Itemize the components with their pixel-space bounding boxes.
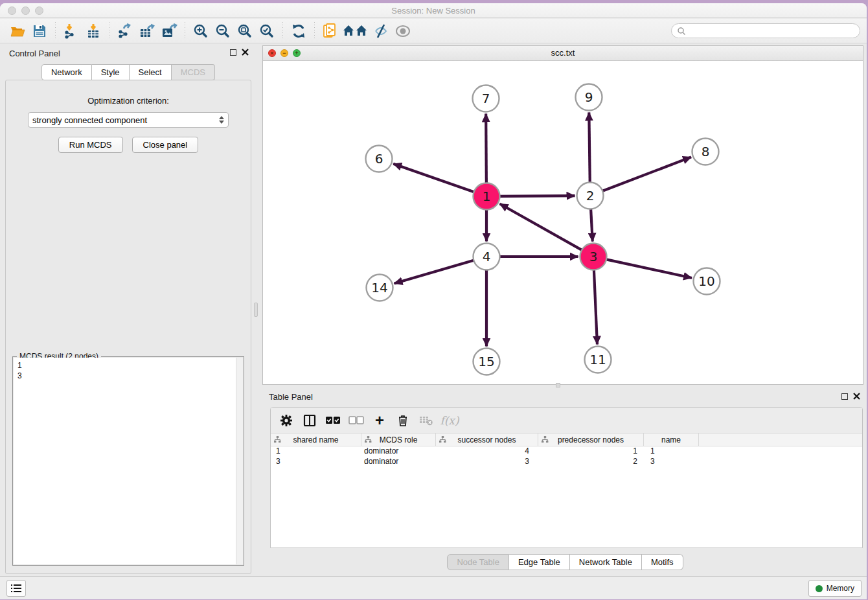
network-graph[interactable]: 7968124314101511 [263,61,863,385]
column-type-icon [365,436,372,443]
node-table-frame: + f(x) shared nameMCDS rolesuccessor nod… [270,407,863,548]
mcds-panel: Optimization criterion: strongly connect… [5,80,251,574]
graph-edge[interactable] [589,112,589,182]
network-view-window: × − + scc.txt 7968124314101511 [262,45,863,385]
delete-table-icon[interactable] [416,411,437,430]
table-cell: dominator [361,457,436,467]
graph-edge[interactable] [499,196,575,196]
graph-node-3[interactable]: 3 [580,244,607,270]
table-header-row: shared nameMCDS rolesuccessor nodesprede… [271,433,862,446]
tab-select[interactable]: Select [130,64,172,80]
column-header-MCDS-role[interactable]: MCDS role [361,433,436,446]
horizontal-splitter-grip[interactable] [556,383,560,387]
table-panel: Table Panel + [262,389,867,577]
function-builder-icon[interactable]: f(x) [439,411,460,430]
open-session-icon[interactable] [6,21,29,41]
column-header-shared-name[interactable]: shared name [271,433,361,446]
column-header-successor-nodes[interactable]: successor nodes [436,433,538,446]
run-mcds-button[interactable]: Run MCDS [58,137,123,153]
graph-node-7[interactable]: 7 [473,86,499,112]
graph-edge[interactable] [606,259,692,278]
float-panel-icon[interactable] [230,49,236,56]
criterion-dropdown[interactable]: strongly connected component [28,112,229,128]
delete-column-icon[interactable] [393,411,413,430]
select-all-columns-icon[interactable] [323,411,343,430]
graph-edge[interactable] [393,164,474,192]
create-column-icon[interactable]: + [369,411,390,430]
net-close-icon[interactable]: × [268,49,276,57]
close-table-panel-icon[interactable] [853,393,860,400]
memory-button[interactable]: Memory [808,580,862,597]
hide-graphics-details-icon[interactable] [370,21,392,41]
control-panel: Control Panel Network Style Select MCDS … [4,46,253,574]
toolbar-separator [185,22,185,40]
table-cell: 3 [436,457,538,467]
graph-edge[interactable] [486,113,486,183]
close-panel-icon[interactable] [242,49,249,56]
zoom-selected-icon[interactable] [256,21,278,41]
graph-node-2[interactable]: 2 [577,183,604,209]
graph-node-1[interactable]: 1 [474,183,500,210]
search-input[interactable] [686,27,854,36]
tab-node-table[interactable]: Node Table [447,554,509,570]
tab-edge-table[interactable]: Edge Table [509,554,570,570]
toolbar-separator [109,22,109,40]
tab-network-table[interactable]: Network Table [570,554,642,570]
result-scrollbar[interactable] [236,358,243,564]
export-network-icon[interactable] [114,21,136,41]
graph-edge[interactable] [591,209,593,241]
float-table-panel-icon[interactable] [841,393,848,400]
graph-edge[interactable] [394,260,474,284]
graph-node-11[interactable]: 11 [585,347,611,373]
table-row[interactable]: 3dominator323 [271,457,862,467]
graph-node-8[interactable]: 8 [692,139,719,165]
graph-node-10[interactable]: 10 [694,268,720,295]
refresh-layout-icon[interactable] [288,21,310,41]
mcds-result-group: MCDS result (2 nodes) 1 3 [12,356,244,566]
zoom-in-icon[interactable] [190,21,212,41]
net-maximize-icon[interactable]: + [293,49,301,57]
table-cell: dominator [361,446,436,457]
close-panel-button[interactable]: Close panel [132,137,199,153]
clone-network-icon[interactable] [319,21,341,41]
zoom-out-icon[interactable] [212,21,234,41]
import-table-icon[interactable] [82,21,104,41]
show-column-panel-icon[interactable] [299,411,320,430]
svg-text:7: 7 [482,91,490,106]
graph-node-15[interactable]: 15 [474,349,500,375]
task-history-button[interactable] [6,580,26,597]
column-header-name[interactable]: name [644,433,699,446]
table-tabs: Node Table Edge Table Network Table Moti… [262,554,867,570]
column-header-predecessor-nodes[interactable]: predecessor nodes [538,433,644,446]
control-panel-title: Control Panel [9,49,60,58]
first-neighbors-icon[interactable] [341,21,370,41]
memory-status-icon [816,585,823,592]
table-row[interactable]: 1dominator411 [271,446,862,457]
graph-edge[interactable] [594,270,597,344]
tab-style[interactable]: Style [92,64,130,80]
save-session-icon[interactable] [29,21,51,41]
net-minimize-icon[interactable]: − [280,49,288,57]
panel-splitter[interactable] [253,43,259,576]
svg-text:14: 14 [371,280,387,295]
tab-mcds[interactable]: MCDS [172,64,215,80]
graph-node-9[interactable]: 9 [576,84,602,111]
table-toolbar: + f(x) [271,408,862,433]
show-graphics-details-icon[interactable] [392,21,414,41]
zoom-fit-icon[interactable] [234,21,256,41]
deselect-all-columns-icon[interactable] [346,411,367,430]
graph-edge[interactable] [499,204,582,250]
tab-motifs[interactable]: Motifs [642,554,683,570]
mcds-result-text[interactable]: 1 3 [14,358,243,564]
tab-network[interactable]: Network [41,64,92,80]
export-table-icon[interactable] [136,21,158,41]
graph-node-14[interactable]: 14 [367,275,393,301]
toolbar-separator [314,22,315,40]
network-canvas[interactable]: 7968124314101511 [263,61,863,384]
export-image-icon[interactable] [158,21,180,41]
graph-edge[interactable] [602,157,691,190]
graph-node-6[interactable]: 6 [366,146,393,172]
graph-node-4[interactable]: 4 [474,244,500,270]
import-network-icon[interactable] [60,21,82,41]
table-settings-gear-icon[interactable] [276,411,297,430]
